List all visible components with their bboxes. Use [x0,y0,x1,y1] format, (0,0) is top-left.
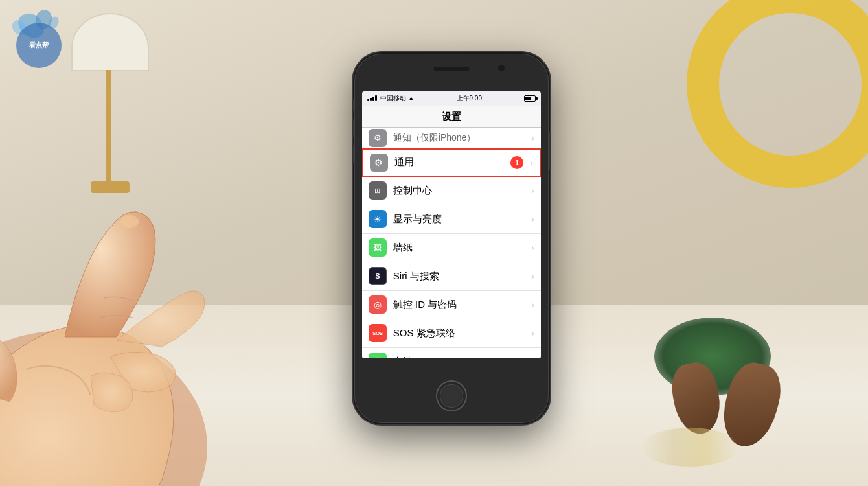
settings-item-sos[interactable]: SOS SOS 紧急联络 › [362,319,541,348]
status-left: 中国移动 ▲ [367,94,415,103]
iphone-device: 中国移动 ▲ 上午9:00 设置 ⚙ [354,54,549,423]
status-time: 上午9:00 [457,94,482,103]
ear-speaker [433,67,469,71]
volume-up-button[interactable] [352,119,354,137]
signal-bar-3 [372,97,374,101]
settings-item-general[interactable]: ⚙ 通用 1 › [362,148,541,177]
settings-item-wallpaper[interactable]: 🖼 墙纸 › [362,234,541,262]
signal-bar-1 [367,99,369,101]
sparkle-decoration [641,428,738,467]
carrier-label: 中国移动 [380,94,406,103]
chevron-icon-siri: › [531,271,534,281]
settings-item-touchid[interactable]: ◎ 触控 ID 与密码 › [362,291,541,319]
item-icon-general: ⚙ [370,154,388,172]
signal-bar-4 [375,95,377,101]
nav-bar: 设置 [362,106,541,128]
chevron-icon-sos: › [531,328,534,338]
settings-item-battery[interactable]: 🔋 电池 › [362,348,541,358]
watermark: 看点帮 [10,10,87,87]
front-camera [498,65,505,71]
item-label-touchid: 触控 ID 与密码 [393,299,529,311]
signal-bar-2 [370,98,372,101]
chevron-icon-display: › [531,214,534,224]
chevron-icon-wallpaper: › [531,242,534,253]
item-icon-control: ⊞ [369,181,387,200]
mute-switch[interactable] [352,99,354,111]
home-button[interactable] [436,380,467,411]
page-title: 设置 [442,111,461,122]
chevron-icon-battery: › [531,356,534,358]
item-icon-display: ☀ [369,210,387,228]
item-icon-siri: S [369,267,387,285]
status-bar: 中国移动 ▲ 上午9:00 [362,91,541,106]
settings-list: ⚙ 通知（仅限iPhone） › ⚙ 通用 1 › [362,128,541,358]
settings-item-siri[interactable]: S Siri 与搜索 › [362,262,541,291]
item-label-general: 通用 [394,156,510,168]
item-icon-battery: 🔋 [369,353,387,358]
pine-cone-decoration [641,279,803,447]
iphone-body: 中国移动 ▲ 上午9:00 设置 ⚙ [354,54,549,423]
settings-item-control-center[interactable]: ⊞ 控制中心 › [362,177,541,205]
iphone-screen: 中国移动 ▲ 上午9:00 设置 ⚙ [362,91,541,358]
wifi-icon: ▲ [408,95,415,102]
status-right [524,95,536,102]
signal-bars [367,95,377,101]
item-label-siri: Siri 与搜索 [393,270,529,283]
power-button[interactable] [549,132,551,170]
home-button-inner [440,384,463,408]
chevron-icon-general: › [530,157,533,168]
item-label-control: 控制中心 [393,185,529,197]
chevron-icon-partial: › [531,133,534,143]
battery-icon [524,95,536,102]
item-label-partial: 通知（仅限iPhone） [393,132,529,144]
settings-item-partial[interactable]: ⚙ 通知（仅限iPhone） › [362,128,541,148]
item-icon-wallpaper: 🖼 [369,238,387,257]
battery-fill [525,97,532,100]
item-icon-sos: SOS [369,324,387,342]
volume-down-button[interactable] [352,145,354,163]
item-label-wallpaper: 墙纸 [393,242,529,254]
item-icon-partial: ⚙ [369,129,387,147]
watermark-text: 看点帮 [27,38,51,52]
item-icon-touchid: ◎ [369,295,387,314]
settings-item-display[interactable]: ☀ 显示与亮度 › [362,205,541,234]
chevron-icon-touchid: › [531,299,534,310]
chevron-icon-control: › [531,185,534,196]
item-label-battery: 电池 [393,356,529,358]
item-label-sos: SOS 紧急联络 [393,327,529,340]
item-label-display: 显示与亮度 [393,213,529,226]
item-badge-general: 1 [510,156,523,169]
